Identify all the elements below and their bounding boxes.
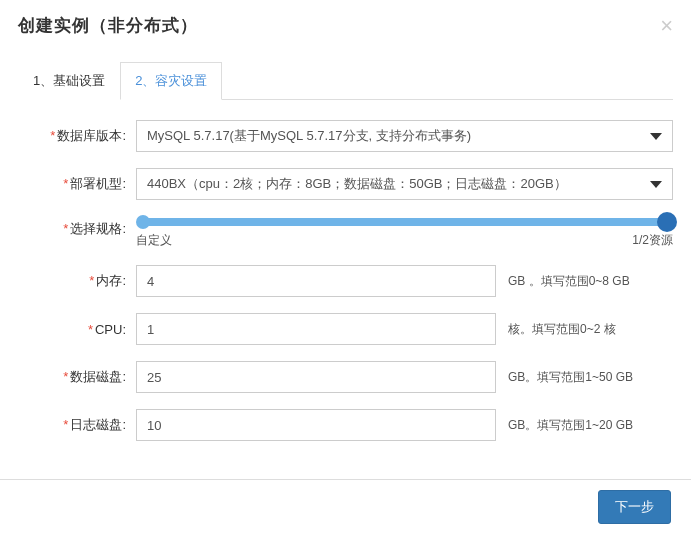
row-log-disk: *日志磁盘: GB。填写范围1~20 GB bbox=[18, 409, 673, 441]
row-data-disk: *数据磁盘: GB。填写范围1~50 GB bbox=[18, 361, 673, 393]
slider-label-left: 自定义 bbox=[136, 232, 172, 249]
select-db-version[interactable]: MySQL 5.7.17(基于MySQL 5.7.17分支, 支持分布式事务) bbox=[136, 120, 673, 152]
close-icon[interactable]: × bbox=[660, 15, 673, 37]
label-memory: *内存: bbox=[18, 272, 136, 290]
row-spec: *选择规格: 自定义 1/2资源 bbox=[18, 216, 673, 249]
row-machine-type: *部署机型: 440BX（cpu：2核；内存：8GB；数据磁盘：50GB；日志磁… bbox=[18, 168, 673, 200]
slider-handle[interactable] bbox=[657, 212, 677, 232]
chevron-down-icon bbox=[650, 133, 662, 140]
data-disk-field[interactable] bbox=[136, 361, 496, 393]
row-cpu: *CPU: 核。填写范围0~2 核 bbox=[18, 313, 673, 345]
slider-label-right: 1/2资源 bbox=[632, 232, 673, 249]
tab-bar: 1、基础设置 2、容灾设置 bbox=[18, 61, 673, 100]
hint-log-disk: GB。填写范围1~20 GB bbox=[508, 417, 633, 434]
slider-labels: 自定义 1/2资源 bbox=[136, 232, 673, 249]
select-machine-type[interactable]: 440BX（cpu：2核；内存：8GB；数据磁盘：50GB；日志磁盘：20GB） bbox=[136, 168, 673, 200]
label-data-disk: *数据磁盘: bbox=[18, 368, 136, 386]
row-db-version: *数据库版本: MySQL 5.7.17(基于MySQL 5.7.17分支, 支… bbox=[18, 120, 673, 152]
label-db-version: *数据库版本: bbox=[18, 127, 136, 145]
tab-basic-settings[interactable]: 1、基础设置 bbox=[18, 62, 120, 100]
form-body: *数据库版本: MySQL 5.7.17(基于MySQL 5.7.17分支, 支… bbox=[18, 100, 673, 441]
row-memory: *内存: GB 。填写范围0~8 GB bbox=[18, 265, 673, 297]
label-log-disk: *日志磁盘: bbox=[18, 416, 136, 434]
log-disk-field[interactable] bbox=[136, 409, 496, 441]
label-spec: *选择规格: bbox=[18, 216, 136, 238]
create-instance-modal: 创建实例（非分布式） × 1、基础设置 2、容灾设置 *数据库版本: MySQL… bbox=[0, 0, 691, 441]
select-db-version-value: MySQL 5.7.17(基于MySQL 5.7.17分支, 支持分布式事务) bbox=[147, 127, 471, 145]
tab-disaster-recovery[interactable]: 2、容灾设置 bbox=[120, 62, 222, 100]
hint-cpu: 核。填写范围0~2 核 bbox=[508, 321, 616, 338]
chevron-down-icon bbox=[650, 181, 662, 188]
cpu-field[interactable] bbox=[136, 313, 496, 345]
hint-memory: GB 。填写范围0~8 GB bbox=[508, 273, 630, 290]
slider-tick-left bbox=[136, 215, 150, 229]
spec-slider[interactable] bbox=[142, 218, 667, 226]
next-button[interactable]: 下一步 bbox=[598, 490, 671, 524]
label-cpu: *CPU: bbox=[18, 322, 136, 337]
modal-title: 创建实例（非分布式） bbox=[18, 14, 198, 37]
modal-header: 创建实例（非分布式） × bbox=[18, 14, 673, 51]
memory-field[interactable] bbox=[136, 265, 496, 297]
label-machine-type: *部署机型: bbox=[18, 175, 136, 193]
spec-slider-area: 自定义 1/2资源 bbox=[136, 216, 673, 249]
select-machine-type-value: 440BX（cpu：2核；内存：8GB；数据磁盘：50GB；日志磁盘：20GB） bbox=[147, 175, 567, 193]
modal-footer: 下一步 bbox=[0, 479, 691, 533]
hint-data-disk: GB。填写范围1~50 GB bbox=[508, 369, 633, 386]
